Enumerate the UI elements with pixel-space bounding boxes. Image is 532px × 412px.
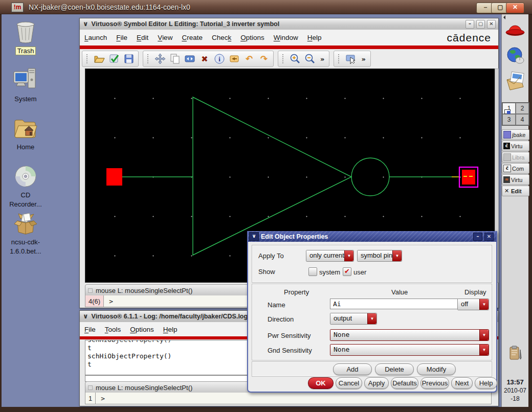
menu-tools[interactable]: Tools: [100, 326, 126, 333]
check-save-icon[interactable]: [108, 53, 120, 64]
menu-help[interactable]: Help: [303, 34, 326, 41]
pager-desktop-2[interactable]: 2: [516, 103, 529, 114]
dialog-minimize-button[interactable]: –: [473, 233, 482, 241]
output-pin[interactable]: [462, 170, 475, 185]
selection-cursor-icon[interactable]: [345, 53, 357, 64]
show-system-checkbox[interactable]: [308, 267, 317, 276]
dropdown-arrow-icon[interactable]: ▼: [367, 313, 376, 324]
pager-desktop-3[interactable]: 3: [502, 114, 516, 125]
window-menu-icon[interactable]: ∨: [83, 19, 88, 29]
menu-file[interactable]: File: [112, 34, 132, 41]
desktop-icon-cd-recorder[interactable]: CD Recorder...: [1, 165, 50, 209]
copy-icon[interactable]: [169, 53, 181, 64]
menu-help[interactable]: Help: [159, 326, 182, 333]
menu-edit[interactable]: Edit: [132, 34, 153, 41]
symbol-editor-titlebar[interactable]: ∨ Virtuoso® Symbol Editor L Editing: Tut…: [80, 18, 498, 30]
apply-to-select[interactable]: only current ▼: [306, 250, 354, 262]
statusbar-grip[interactable]: [88, 288, 93, 293]
nx-titlebar[interactable]: !m NX-jbaker@coen-lx0.boisestate.edu:116…: [0, 0, 532, 15]
nx-close-button[interactable]: ✕: [506, 3, 524, 13]
panel-collapse-arrow-icon[interactable]: [501, 15, 505, 19]
dropdown-arrow-icon[interactable]: ▼: [479, 330, 489, 340]
toolbar-overflow[interactable]: »: [319, 55, 325, 63]
task-command[interactable]: c̄ Com: [502, 163, 529, 174]
task-virtuoso[interactable]: c̄ Virtu: [502, 141, 529, 151]
task-edit-properties[interactable]: ✕ Edit: [502, 186, 529, 196]
undo-icon[interactable]: ↶: [243, 53, 255, 64]
menu-launch[interactable]: Launch: [80, 34, 112, 41]
menu-options[interactable]: Options: [236, 34, 269, 41]
name-input[interactable]: [330, 299, 458, 309]
dropdown-arrow-icon[interactable]: ▼: [479, 299, 489, 310]
desktop-icon-system[interactable]: System: [1, 67, 50, 103]
menu-window[interactable]: Window: [269, 34, 303, 41]
dropdown-arrow-icon[interactable]: ▼: [344, 250, 353, 261]
gnd-sensitivity-select[interactable]: None ▼: [330, 344, 489, 356]
dialog-titlebar[interactable]: ∨ Edit Object Properties – ✕: [248, 231, 496, 242]
editor-close-button[interactable]: ✕: [487, 20, 496, 29]
desktop-icon-home[interactable]: Home: [1, 117, 50, 151]
panel-clock[interactable]: 13:57 2010-07 -18: [502, 378, 528, 403]
add-button[interactable]: Add: [333, 363, 372, 375]
save-icon[interactable]: [123, 53, 135, 64]
toolbar-grip[interactable]: [338, 54, 341, 63]
task-jbaker[interactable]: jbake: [502, 129, 529, 140]
properties-icon[interactable]: [229, 53, 240, 64]
photos-button[interactable]: [505, 71, 526, 93]
open-icon[interactable]: [94, 53, 105, 64]
toolbar-grip[interactable]: [86, 54, 89, 63]
task-virtuoso-editor[interactable]: ≈ Virtu: [502, 174, 529, 185]
log-prompt-row[interactable]: 1 >: [85, 393, 492, 404]
window-menu-icon[interactable]: ∨: [83, 311, 88, 322]
redo-icon[interactable]: ↷: [258, 53, 270, 64]
menu-check[interactable]: Check: [207, 34, 236, 41]
inversion-bubble[interactable]: [351, 158, 389, 196]
library-icon: [503, 153, 511, 161]
next-button[interactable]: Next: [451, 377, 473, 389]
desktop-icon-ncsu-cdk[interactable]: ncsu-cdk- 1.6.0.bet...: [1, 212, 50, 256]
delete-button[interactable]: Delete: [375, 363, 414, 375]
pwr-sensitivity-select[interactable]: None ▼: [330, 329, 489, 341]
editor-status-text: mouse L: mouseSingleSelectPt(): [96, 287, 192, 294]
help-button[interactable]: Help: [475, 377, 497, 389]
ok-button[interactable]: OK: [308, 377, 334, 389]
menu-options[interactable]: Options: [125, 326, 159, 333]
zoom-in-icon[interactable]: [290, 53, 301, 64]
clipboard-tool-button[interactable]: [508, 346, 523, 363]
delete-icon[interactable]: ✖: [199, 53, 210, 64]
modify-button[interactable]: Modify: [417, 363, 456, 375]
toolbar-overflow[interactable]: »: [360, 55, 366, 63]
statusbar-grip[interactable]: [88, 385, 93, 390]
menu-create[interactable]: Create: [177, 34, 207, 41]
pager-desktop-4[interactable]: 4: [516, 114, 529, 125]
dropdown-arrow-icon[interactable]: ▼: [392, 250, 402, 261]
zoom-out-icon[interactable]: [304, 53, 316, 64]
previous-button[interactable]: Previous: [420, 377, 449, 389]
cancel-button[interactable]: Cancel: [336, 377, 362, 389]
toolbar-grip[interactable]: [282, 54, 285, 63]
defaults-button[interactable]: Defaults: [391, 377, 418, 389]
menu-view[interactable]: View: [153, 34, 177, 41]
redhat-menu-button[interactable]: [505, 20, 525, 43]
apply-button[interactable]: Apply: [364, 377, 389, 389]
toolbar-grip[interactable]: [147, 54, 150, 63]
info-icon[interactable]: i: [214, 53, 225, 64]
menu-file[interactable]: File: [80, 326, 100, 333]
task-library[interactable]: Libra: [502, 152, 529, 163]
dialog-menu-icon[interactable]: ∨: [249, 232, 259, 241]
move-icon[interactable]: [154, 53, 166, 64]
apply-scope-select[interactable]: symbol pin ▼: [357, 250, 402, 262]
stretch-icon[interactable]: [184, 53, 195, 64]
dropdown-arrow-icon[interactable]: ▼: [479, 345, 489, 355]
editor-minimize-button[interactable]: –: [465, 20, 474, 29]
direction-select[interactable]: output ▼: [330, 313, 377, 325]
input-pin[interactable]: [106, 168, 122, 186]
trash-icon: [14, 20, 37, 44]
web-browser-button[interactable]: [505, 46, 525, 67]
show-user-checkbox[interactable]: ✔: [343, 267, 351, 276]
pager-desktop-1[interactable]: 1: [502, 103, 516, 114]
editor-maximize-button[interactable]: ▢: [476, 20, 485, 29]
dialog-close-button[interactable]: ✕: [484, 233, 494, 241]
desktop-icon-trash[interactable]: Trash: [1, 20, 50, 55]
name-display-select[interactable]: off ▼: [457, 299, 489, 310]
